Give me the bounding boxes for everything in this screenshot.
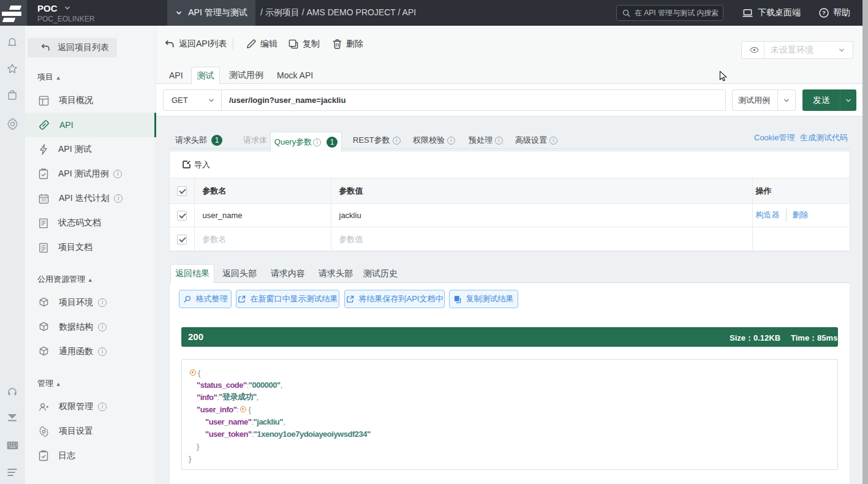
svg-text:?: ? — [822, 9, 826, 16]
